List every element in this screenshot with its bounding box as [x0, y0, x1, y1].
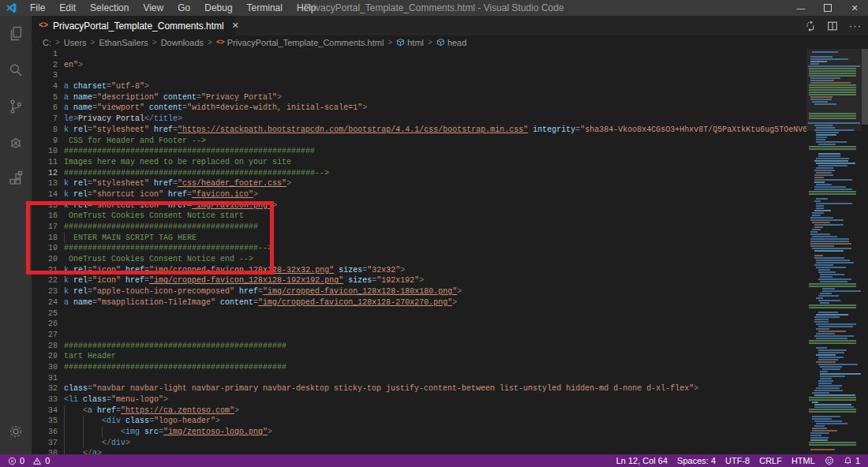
code-line[interactable]: 10######################################…	[32, 146, 806, 157]
line-number[interactable]: 30	[32, 362, 64, 373]
code-editor[interactable]: 12en">34a charset="utf-8">5a name="descr…	[32, 49, 806, 454]
breadcrumb-item-downloads[interactable]: Downloads	[161, 38, 204, 47]
line-number[interactable]: 22	[32, 275, 64, 286]
code-line[interactable]: 32class="navbar navbar-light navbar-prim…	[32, 383, 806, 394]
line-number[interactable]: 18	[32, 233, 64, 244]
code-line[interactable]: 34 <a href="https://ca.zentoso.com">	[32, 405, 806, 417]
line-number[interactable]: 13	[32, 178, 64, 189]
code-line[interactable]: 18 ENTER MAIN SCRIPT TAG HERE	[32, 233, 806, 244]
code-line[interactable]: 7le>Privacy Portal</title>	[32, 114, 806, 125]
code-line[interactable]: 24a name="msapplication-TileImage" conte…	[32, 297, 806, 308]
minimize-button[interactable]: —	[788, 0, 814, 16]
line-number[interactable]: 20	[32, 254, 64, 265]
menu-view[interactable]: View	[136, 0, 170, 16]
line-number[interactable]: 8	[32, 125, 64, 136]
menu-terminal[interactable]: Terminal	[240, 0, 290, 16]
breadcrumb-item-html[interactable]: html	[396, 38, 424, 47]
line-number[interactable]: 11	[32, 157, 64, 168]
tab-close-icon[interactable]: ✕	[232, 21, 239, 31]
line-number[interactable]: 28	[32, 341, 64, 352]
code-line[interactable]: 17######################################…	[32, 222, 806, 233]
more-actions-icon[interactable]: ···	[849, 20, 862, 32]
code-line[interactable]: 9 CSS for Header and Footer -->	[32, 136, 806, 147]
line-number[interactable]: 16	[32, 211, 64, 222]
line-number[interactable]: 14	[32, 189, 64, 200]
line-number[interactable]: 31	[32, 373, 64, 384]
code-line[interactable]: 16 OneTrust Cookies Consent Notice start	[32, 211, 806, 222]
code-line[interactable]: 20 OneTrust Cookies Consent Notice end -…	[32, 254, 806, 265]
line-number[interactable]: 17	[32, 222, 64, 233]
menu-debug[interactable]: Debug	[197, 0, 239, 16]
line-number[interactable]: 4	[32, 81, 64, 92]
code-line[interactable]: 15k rel="shortcut icon" href="img/favico…	[32, 200, 806, 211]
code-line[interactable]: 37 </div>	[32, 438, 806, 449]
line-number[interactable]: 33	[32, 394, 64, 405]
code-line[interactable]: 6a name="viewport" content="width=device…	[32, 103, 806, 114]
code-line[interactable]: 19######################################…	[32, 243, 806, 254]
line-number[interactable]: 21	[32, 265, 64, 276]
close-window-button[interactable]: ✕	[841, 0, 868, 16]
code-line[interactable]: 13k rel="stylesheet" href="css/header_fo…	[32, 178, 806, 189]
code-line[interactable]: 38 </a>	[32, 448, 806, 454]
line-number[interactable]: 37	[32, 438, 64, 449]
line-number[interactable]: 23	[32, 286, 64, 297]
scrollbar-slider[interactable]	[862, 49, 868, 125]
maximize-button[interactable]	[814, 0, 841, 16]
code-line[interactable]: 14k rel="shortcut icon" href="favicon.ic…	[32, 189, 806, 200]
breadcrumb-item-head[interactable]: head	[436, 38, 466, 47]
code-line[interactable]: 11Images here may need to be replaced on…	[32, 157, 806, 168]
line-number[interactable]: 7	[32, 114, 64, 125]
code-line[interactable]: 3	[32, 70, 806, 81]
extensions-icon[interactable]	[0, 161, 32, 197]
code-line[interactable]: 25	[32, 308, 806, 319]
vertical-scrollbar[interactable]	[862, 49, 868, 454]
code-line[interactable]: 23k rel="apple-touch-icon-precomposed" h…	[32, 286, 806, 297]
line-number[interactable]: 32	[32, 383, 64, 394]
line-number[interactable]: 9	[32, 136, 64, 147]
line-number[interactable]: 1	[32, 49, 64, 60]
line-number[interactable]: 34	[32, 405, 64, 417]
encoding-setting[interactable]: UTF-8	[725, 456, 750, 465]
eol-setting[interactable]: CRLF	[759, 456, 782, 465]
code-line[interactable]: 29tart Header	[32, 351, 806, 362]
source-control-icon[interactable]	[0, 88, 32, 125]
line-number[interactable]: 29	[32, 351, 64, 362]
line-number[interactable]: 12	[32, 168, 64, 179]
line-number[interactable]: 38	[32, 448, 64, 454]
line-number[interactable]: 15	[32, 200, 64, 211]
sync-icon[interactable]	[805, 21, 816, 32]
debug-icon[interactable]	[0, 125, 32, 161]
menu-selection[interactable]: Selection	[83, 0, 136, 16]
tab-privacyportal-template-comments[interactable]: <> PrivacyPortal_Template_Comments.html …	[32, 16, 235, 35]
problems-indicator[interactable]: 0 0	[8, 456, 50, 465]
menu-edit[interactable]: Edit	[52, 0, 83, 16]
line-number[interactable]: 10	[32, 146, 64, 157]
code-line[interactable]: 31	[32, 373, 806, 384]
code-line[interactable]: 33<li class="menu-logo">	[32, 394, 806, 405]
menu-go[interactable]: Go	[170, 0, 197, 16]
code-line[interactable]: 21k rel="icon" href="img/cropped-favicon…	[32, 265, 806, 276]
line-number[interactable]: 6	[32, 103, 64, 114]
line-number[interactable]: 26	[32, 319, 64, 330]
code-line[interactable]: 5a name="description" content="Privacy P…	[32, 92, 806, 103]
breadcrumb-item-privacyportal-template-comments-html[interactable]: <>PrivacyPortal_Template_Comments.html	[216, 38, 384, 47]
indentation-setting[interactable]: Spaces: 4	[677, 456, 716, 465]
line-number[interactable]: 3	[32, 70, 64, 81]
code-line[interactable]: 28######################################…	[32, 341, 806, 352]
code-line[interactable]: 2en">	[32, 60, 806, 71]
breadcrumb-item-c-[interactable]: C:	[43, 38, 51, 47]
code-line[interactable]: 30######################################…	[32, 362, 806, 373]
code-line[interactable]: 36 <img src="img/zentoso-logo.png">	[32, 427, 806, 438]
line-number[interactable]: 36	[32, 427, 64, 438]
cursor-position[interactable]: Ln 12, Col 64	[616, 456, 668, 465]
split-editor-icon[interactable]	[827, 21, 838, 32]
feedback-smiley-icon[interactable]	[825, 456, 834, 465]
settings-gear-icon[interactable]	[0, 413, 32, 450]
line-number[interactable]: 19	[32, 243, 64, 254]
minimap[interactable]	[806, 49, 862, 454]
line-number[interactable]: 27	[32, 330, 64, 341]
line-number[interactable]: 2	[32, 60, 64, 71]
language-mode[interactable]: HTML	[791, 456, 815, 465]
menu-help[interactable]: Help	[290, 0, 324, 16]
line-number[interactable]: 35	[32, 416, 64, 427]
